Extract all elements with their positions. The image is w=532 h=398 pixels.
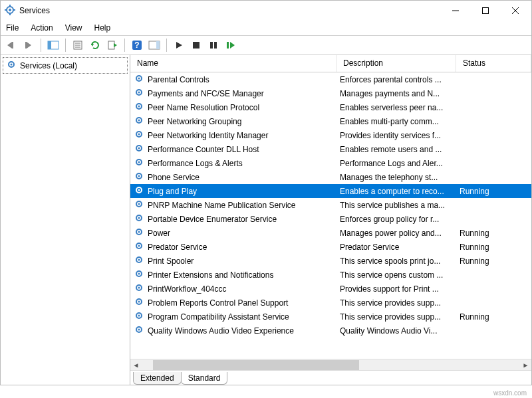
service-name: Predator Service (148, 243, 207, 252)
svg-rect-15 (48, 41, 51, 49)
service-description: This service opens custom ... (336, 270, 456, 280)
service-description: This service provides supp... (336, 298, 456, 308)
svg-rect-7 (482, 8, 488, 14)
service-row[interactable]: Peer Networking Identity ManagerProvides… (130, 128, 531, 142)
show-hide-action-pane-button[interactable] (146, 37, 162, 53)
title-bar[interactable]: Services (1, 1, 531, 21)
service-name: Performance Logs & Alerts (148, 159, 243, 168)
menu-help[interactable]: Help (94, 23, 111, 33)
service-row[interactable]: PowerManages power policy and...Running (130, 226, 531, 240)
menu-view[interactable]: View (65, 23, 82, 33)
services-rows[interactable]: Parental ControlsEnforces parental contr… (130, 72, 531, 359)
menu-bar: File Action View Help (1, 21, 531, 35)
gear-icon (134, 73, 144, 86)
gear-icon (134, 268, 144, 281)
refresh-button[interactable] (87, 37, 103, 53)
view-tabs: Extended Standard (130, 370, 531, 385)
service-row[interactable]: Problem Reports Control Panel SupportThi… (130, 296, 531, 310)
menu-file[interactable]: File (6, 23, 19, 33)
scroll-left-icon[interactable]: ◄ (130, 361, 142, 369)
column-header-name[interactable]: Name (130, 55, 336, 72)
service-row[interactable]: Predator ServicePredator ServiceRunning (130, 240, 531, 254)
service-description: Enables serverless peer na... (336, 103, 456, 112)
service-row[interactable]: Program Compatibility Assistant ServiceT… (130, 310, 531, 324)
svg-point-66 (138, 287, 140, 289)
svg-rect-21 (108, 41, 114, 49)
help-button[interactable]: ? (129, 37, 145, 53)
service-row[interactable]: Parental ControlsEnforces parental contr… (130, 72, 531, 86)
svg-marker-10 (7, 42, 12, 49)
service-row[interactable]: Peer Networking GroupingEnables multi-pa… (130, 114, 531, 128)
service-row[interactable]: Performance Logs & AlertsPerformance Log… (130, 156, 531, 170)
service-name: Parental Controls (148, 75, 209, 84)
svg-point-54 (138, 203, 140, 205)
svg-point-68 (138, 301, 140, 303)
svg-point-56 (138, 217, 140, 219)
gear-icon (134, 310, 144, 323)
properties-button[interactable] (70, 37, 86, 53)
gear-icon (134, 282, 144, 295)
svg-marker-12 (27, 42, 31, 49)
service-row[interactable]: Performance Counter DLL HostEnables remo… (130, 142, 531, 156)
service-description: Provides identity services f... (336, 131, 456, 140)
service-description: This service provides supp... (336, 312, 456, 322)
toolbar: ? (1, 35, 531, 55)
svg-point-34 (11, 64, 13, 66)
svg-point-60 (138, 245, 140, 247)
scroll-thumb[interactable] (153, 360, 359, 370)
show-hide-tree-button[interactable] (45, 37, 61, 53)
service-row[interactable]: PrintWorkflow_404cccProvides support for… (130, 282, 531, 296)
service-row[interactable]: Phone ServiceManages the telephony st... (130, 170, 531, 184)
service-name: Problem Reports Control Panel Support (148, 298, 288, 308)
svg-rect-26 (156, 41, 160, 49)
service-name: PNRP Machine Name Publication Service (148, 201, 296, 210)
service-description: Enforces group policy for r... (336, 215, 456, 224)
scroll-right-icon[interactable]: ► (520, 361, 531, 369)
maximize-button[interactable] (470, 1, 500, 21)
svg-point-1 (9, 9, 11, 11)
service-description: Predator Service (336, 243, 456, 252)
tree-pane[interactable]: Services (Local) (1, 55, 130, 385)
close-button[interactable] (500, 1, 530, 21)
service-row[interactable]: Print SpoolerThis service spools print j… (130, 254, 531, 268)
service-row[interactable]: Quality Windows Audio Video ExperienceQu… (130, 324, 531, 338)
svg-point-42 (138, 120, 140, 122)
horizontal-scrollbar[interactable]: ◄ ► (130, 359, 531, 370)
service-name: Peer Networking Grouping (148, 117, 241, 126)
tab-standard[interactable]: Standard (181, 372, 228, 385)
svg-text:?: ? (134, 41, 139, 50)
column-header-status[interactable]: Status (456, 55, 531, 72)
service-row[interactable]: Peer Name Resolution ProtocolEnables ser… (130, 100, 531, 114)
service-description: Quality Windows Audio Vi... (336, 326, 456, 336)
svg-point-52 (138, 189, 140, 191)
service-row[interactable]: PNRP Machine Name Publication ServiceThi… (130, 198, 531, 212)
services-list-pane: Name Description Status Parental Control… (130, 55, 531, 385)
svg-point-36 (138, 78, 140, 80)
stop-service-button[interactable] (188, 37, 204, 53)
service-row[interactable]: Portable Device Enumerator ServiceEnforc… (130, 212, 531, 226)
service-row[interactable]: Plug and PlayEnables a computer to reco.… (130, 184, 531, 198)
start-service-button[interactable] (171, 37, 187, 53)
menu-action[interactable]: Action (31, 23, 53, 33)
forward-button[interactable] (21, 37, 37, 53)
gear-icon (134, 254, 144, 267)
restart-service-button[interactable] (223, 37, 239, 53)
svg-point-40 (138, 106, 140, 108)
minimize-button[interactable] (440, 1, 470, 21)
tree-root-services-local[interactable]: Services (Local) (3, 57, 128, 74)
back-button[interactable] (3, 37, 19, 53)
tab-extended[interactable]: Extended (133, 372, 182, 385)
gear-icon (134, 101, 144, 114)
svg-point-38 (138, 92, 140, 94)
tree-root-label: Services (Local) (20, 61, 77, 70)
pause-service-button[interactable] (205, 37, 221, 53)
svg-marker-32 (230, 42, 235, 49)
service-row[interactable]: Payments and NFC/SE ManagerManages payme… (130, 86, 531, 100)
gear-icon (134, 199, 144, 211)
window-title: Services (19, 6, 440, 15)
service-row[interactable]: Printer Extensions and NotificationsThis… (130, 268, 531, 282)
svg-point-46 (138, 148, 140, 149)
column-header-description[interactable]: Description (336, 55, 456, 72)
svg-point-70 (138, 315, 140, 317)
export-button[interactable] (104, 37, 120, 53)
